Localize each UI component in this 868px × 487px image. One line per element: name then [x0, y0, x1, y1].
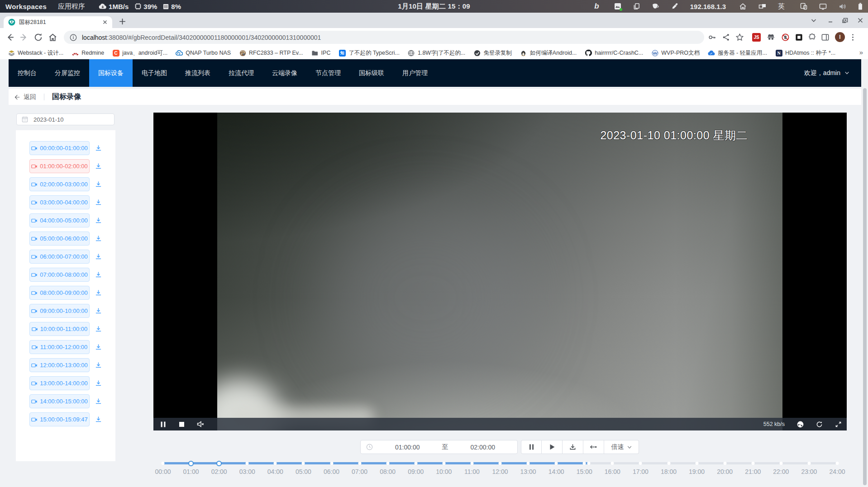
record-clip-button[interactable]: 09:00:00-10:00:00	[29, 304, 90, 318]
url-text[interactable]: localhost:38080/#/gbRecordDetail/3402000…	[82, 34, 321, 41]
input-method-indicator[interactable]: 英	[778, 2, 785, 11]
record-clip-button[interactable]: 03:00:00-04:00:00	[29, 195, 90, 209]
extension-square-icon[interactable]	[795, 33, 803, 42]
battery-tray-icon[interactable]	[858, 3, 863, 10]
record-download-button[interactable]	[95, 398, 102, 405]
record-download-button[interactable]	[95, 307, 102, 314]
speed-dropdown[interactable]: 倍速	[604, 440, 639, 454]
bookmark-item[interactable]: Webstack - 设计...	[8, 49, 63, 57]
reload-button[interactable]	[33, 33, 43, 42]
record-clip-button[interactable]: 14:00:00-15:00:00	[29, 394, 90, 408]
nav-item-5[interactable]: 推流列表	[176, 59, 219, 87]
window-minimize-icon[interactable]	[827, 17, 835, 24]
applications-menu[interactable]: 应用程序	[58, 2, 85, 11]
forward-button[interactable]	[19, 33, 29, 42]
volume-tray-icon[interactable]	[839, 3, 846, 10]
browser-tab[interactable]: 国标28181	[4, 16, 112, 28]
display-tray-icon[interactable]	[819, 3, 827, 10]
record-clip-button[interactable]: 01:00:00-02:00:00	[29, 159, 90, 173]
taskbar-clock[interactable]: 1月10日 星期二 15：09	[398, 0, 470, 13]
snapshot-button[interactable]	[797, 421, 804, 428]
nav-item-2[interactable]: 分屏监控	[46, 59, 89, 87]
record-download-button[interactable]	[95, 416, 102, 423]
extension-blocker-icon[interactable]	[781, 33, 790, 42]
record-download-button[interactable]	[95, 344, 102, 350]
bookmark-item[interactable]: RFC2833 – RTP Ev...	[239, 49, 303, 57]
range-start-handle[interactable]	[188, 461, 194, 466]
nav-item-3[interactable]: 国标设备	[89, 59, 133, 87]
window-menu-icon[interactable]	[810, 17, 817, 24]
play-button[interactable]	[542, 440, 563, 454]
user-menu[interactable]: 欢迎，admin	[804, 59, 849, 87]
nav-item-7[interactable]: 云端录像	[263, 59, 306, 87]
record-download-button[interactable]	[95, 235, 102, 242]
nav-item-8[interactable]: 节点管理	[306, 59, 350, 87]
time-range-input[interactable]: 01:00:00 至 02:00:00	[360, 440, 518, 454]
scrollbar-thumb[interactable]	[863, 88, 867, 485]
video-mute-button[interactable]	[196, 420, 205, 428]
record-clip-button[interactable]: 10:00:00-11:00:00	[29, 322, 90, 336]
site-info-icon[interactable]	[70, 34, 77, 41]
record-clip-button[interactable]: 05:00:00-06:00:00	[29, 232, 90, 246]
bookmark-item[interactable]: IPC	[311, 49, 331, 57]
record-download-button[interactable]	[95, 217, 102, 224]
date-picker[interactable]: 2023-01-10	[16, 113, 114, 125]
record-clip-button[interactable]: 00:00:00-01:00:00	[29, 141, 90, 155]
fullscreen-button[interactable]	[835, 421, 842, 428]
coffee-tray-icon[interactable]	[652, 3, 659, 9]
password-key-icon[interactable]	[708, 33, 716, 42]
screenshot-tray-icon[interactable]	[614, 3, 621, 10]
new-tab-button[interactable]	[119, 18, 126, 25]
record-download-button[interactable]	[95, 199, 102, 206]
record-download-button[interactable]	[95, 253, 102, 260]
address-bar[interactable]: localhost:38080/#/gbRecordDetail/3402000…	[64, 31, 704, 44]
extensions-puzzle-icon[interactable]	[808, 33, 816, 42]
nav-item-9[interactable]: 国标级联	[350, 59, 393, 87]
refresh-button[interactable]	[816, 421, 823, 428]
phone-link-tray-icon[interactable]	[800, 3, 807, 10]
bookmark-item[interactable]: 知了不起的 TypeScri...	[339, 49, 400, 57]
record-clip-button[interactable]: 07:00:00-08:00:00	[29, 268, 90, 282]
taskbar-ip-address[interactable]: 192.168.1.3	[690, 3, 726, 10]
share-icon[interactable]	[722, 33, 730, 42]
record-clip-button[interactable]: 06:00:00-07:00:00	[29, 250, 90, 264]
back-link[interactable]: 返回	[14, 93, 36, 101]
bookmark-item[interactable]: Cjava、android可...	[112, 49, 167, 57]
range-end-time[interactable]: 02:00:00	[448, 444, 518, 451]
record-clip-button[interactable]: 02:00:00-03:00:00	[29, 177, 90, 191]
nav-item-6[interactable]: 拉流代理	[219, 59, 263, 87]
record-download-button[interactable]	[95, 145, 102, 151]
bookmark-item[interactable]: NHDAtmos :: 种子 *...	[775, 49, 835, 57]
window-restore-icon[interactable]	[841, 17, 849, 24]
video-stop-button[interactable]	[178, 421, 185, 428]
bookmark-item[interactable]: QNAP Turbo NAS	[176, 49, 231, 57]
browser-scrollbar[interactable]	[861, 59, 868, 487]
video-pause-button[interactable]	[160, 421, 167, 428]
color-picker-tray-icon[interactable]	[671, 3, 678, 10]
range-start-time[interactable]: 01:00:00	[373, 444, 442, 451]
record-clip-button[interactable]: 13:00:00-14:00:00	[29, 376, 90, 390]
record-download-button[interactable]	[95, 289, 102, 296]
video-player[interactable]: 2023-01-10 01:00:00 星期二 552 kb/s	[153, 113, 847, 430]
bookmark-item[interactable]: 服务器 - 轻量应用...	[708, 49, 767, 57]
download-button[interactable]	[563, 440, 583, 454]
bookmark-item[interactable]: 如何编译Android...	[520, 49, 577, 57]
extension-js-icon[interactable]: JS	[752, 33, 761, 42]
record-download-button[interactable]	[95, 181, 102, 188]
browser-menu-icon[interactable]	[849, 33, 857, 42]
range-end-handle[interactable]	[216, 461, 222, 466]
tab-close-icon[interactable]	[101, 19, 109, 26]
record-download-button[interactable]	[95, 163, 102, 170]
bing-tray-icon[interactable]: b	[594, 2, 599, 11]
bookmark-star-icon[interactable]	[735, 33, 744, 42]
nav-item-4[interactable]: 电子地图	[133, 59, 176, 87]
home-tray-icon[interactable]	[739, 3, 747, 10]
window-close-icon[interactable]	[857, 17, 864, 24]
pause-button[interactable]	[521, 440, 542, 454]
bookmark-item[interactable]: hairrrrr/C-CrashC...	[585, 49, 643, 57]
windows-tray-icon[interactable]	[758, 3, 766, 10]
back-button[interactable]	[5, 33, 15, 42]
workspaces-button[interactable]: Workspaces	[5, 3, 47, 10]
bookmarks-overflow-chevron[interactable]: »	[859, 48, 863, 56]
timeline-slider[interactable]	[163, 462, 837, 464]
